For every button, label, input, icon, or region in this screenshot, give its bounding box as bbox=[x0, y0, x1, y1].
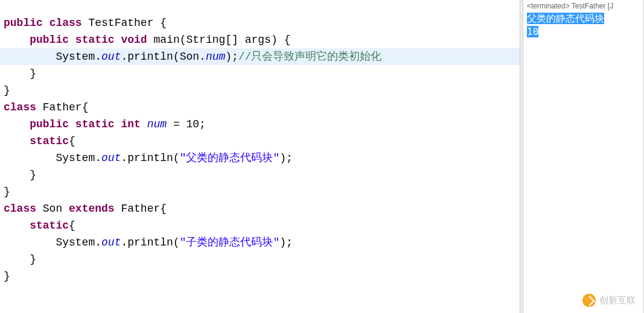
watermark-text: 创新互联 bbox=[599, 295, 636, 306]
current-line[interactable]: System.out.println(Son.num);//只会导致声明它的类初… bbox=[0, 48, 520, 65]
console-output-line[interactable]: 10 bbox=[523, 25, 643, 39]
console-output-line[interactable]: 父类的静态代码块 bbox=[523, 12, 643, 25]
console-header: <terminated> TestFather [J bbox=[523, 0, 643, 12]
watermark: 创新互联 bbox=[582, 294, 636, 307]
code-editor[interactable]: public class TestFather { public static … bbox=[0, 0, 520, 313]
watermark-icon bbox=[582, 294, 596, 307]
console-panel: <terminated> TestFather [J 父类的静态代码块 10 bbox=[523, 0, 644, 313]
